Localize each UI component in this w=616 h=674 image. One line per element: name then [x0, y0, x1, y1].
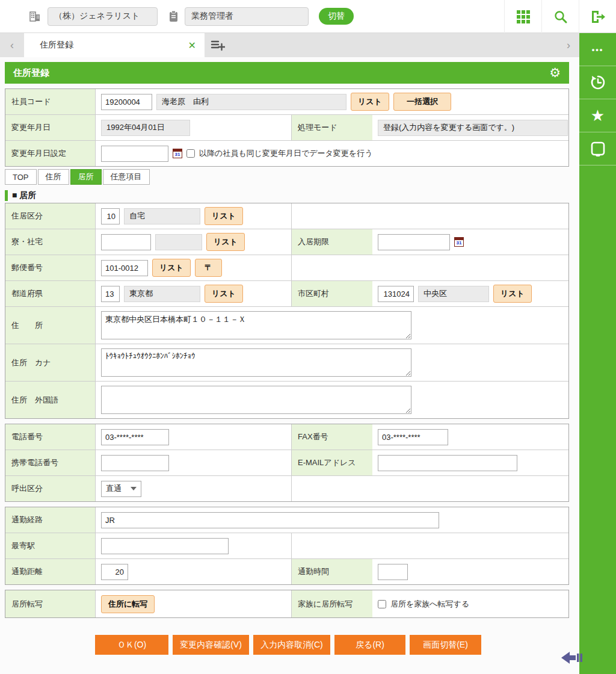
call-type-row: 呼出区分 直通: [5, 475, 568, 501]
back-button[interactable]: 戻る(R): [334, 635, 405, 655]
move-in-deadline-input[interactable]: [378, 234, 450, 250]
copy-to-address-button[interactable]: 住所に転写: [101, 595, 155, 613]
right-sidebar: ••• ★: [579, 33, 616, 674]
employee-code-label: 社員コード: [5, 89, 96, 114]
top-bar: 切替: [0, 0, 616, 33]
phone-input[interactable]: [101, 429, 169, 445]
change-date-field: 1992年04月01日: [101, 120, 190, 136]
subtab-optional[interactable]: 任意項目: [103, 169, 150, 185]
more-menu-icon[interactable]: •••: [579, 33, 616, 66]
subtab-address[interactable]: 住所: [38, 169, 69, 185]
address-kana-textarea[interactable]: ﾄｳｷｮｳﾄﾁｭｳｵｳｸﾆﾎﾝﾊﾞｼﾎﾝﾁｮｳ: [101, 348, 411, 377]
role-input[interactable]: [185, 7, 309, 26]
contact-group: 電話番号 FAX番号 携帯電話番号 E-MAILアドレス 呼出区分 直通: [5, 424, 569, 502]
commute-group: 通勤経路 最寄駅 通勤距離 通勤時間: [5, 507, 569, 585]
confirm-changes-button[interactable]: 変更内容確認(V): [173, 635, 249, 655]
prefecture-row: 都道府県 東京都 リスト 市区町村 中央区 リスト: [5, 280, 568, 306]
tabs-scroll-left-icon[interactable]: ‹: [0, 33, 24, 57]
commute-distance-label: 通勤距離: [5, 559, 96, 584]
memo-icon[interactable]: [579, 132, 616, 165]
employee-list-button[interactable]: リスト: [351, 93, 389, 111]
residence-group: 住居区分 自宅 リスト 寮・社宅 リスト 入居期限 31 郵便番号: [5, 203, 569, 419]
address-foreign-textarea[interactable]: [101, 386, 411, 414]
process-mode-field: 登録(入力内容を変更する画面です。): [378, 120, 568, 136]
housing-type-list-button[interactable]: リスト: [205, 207, 243, 225]
prefecture-list-button[interactable]: リスト: [205, 285, 243, 303]
change-date-setting-row: 変更年月日設定 31 以降の社員も同じ変更年月日でデータ変更を行う: [5, 140, 568, 166]
prefecture-name-field: 東京都: [124, 286, 200, 302]
dormitory-list-button[interactable]: リスト: [206, 233, 245, 251]
switch-button[interactable]: 切替: [319, 8, 354, 25]
tabs-scroll-right-icon[interactable]: ›: [558, 33, 579, 57]
dormitory-name-field: [155, 234, 202, 250]
dormitory-label: 寮・社宅: [5, 229, 96, 255]
employee-name-field: 海老原 由利: [156, 94, 346, 110]
city-list-button[interactable]: リスト: [493, 285, 532, 303]
bulk-select-button[interactable]: 一括選択: [393, 93, 451, 111]
apps-grid-icon[interactable]: [504, 0, 541, 33]
address-kana-label: 住所 カナ: [5, 344, 96, 381]
transfer-row: 居所転写 住所に転写 家族に居所転写 居所を家族へ転写する: [5, 590, 568, 617]
family-transfer-label: 家族に居所転写: [291, 590, 372, 617]
dormitory-code-input[interactable]: [101, 234, 151, 250]
housing-type-label: 住居区分: [5, 203, 96, 229]
postal-code-input[interactable]: [101, 260, 148, 276]
collapse-panel-arrow-icon[interactable]: [560, 649, 583, 669]
city-code-input[interactable]: [378, 286, 414, 302]
ok-button[interactable]: ＯＫ(O): [95, 635, 168, 655]
nearest-station-input[interactable]: [101, 538, 229, 554]
subtab-top[interactable]: TOP: [5, 169, 37, 185]
commute-route-label: 通勤経路: [5, 507, 96, 533]
mobile-input[interactable]: [101, 455, 169, 471]
call-type-select[interactable]: 直通: [101, 481, 141, 497]
housing-type-row: 住居区分 自宅 リスト: [5, 203, 568, 229]
fax-label: FAX番号: [291, 424, 372, 450]
switch-screen-button[interactable]: 画面切替(E): [410, 635, 481, 655]
transfer-label: 居所転写: [5, 590, 96, 617]
change-date-row: 変更年月日 1992年04月01日 処理モード 登録(入力内容を変更する画面です…: [5, 114, 568, 140]
topbar-right-icons: [504, 0, 616, 33]
prefecture-label: 都道府県: [5, 281, 96, 306]
email-label: E-MAILアドレス: [291, 450, 372, 475]
address-foreign-label: 住所 外国語: [5, 382, 96, 418]
employee-code-input[interactable]: [101, 94, 152, 110]
favorites-star-icon[interactable]: ★: [579, 99, 616, 132]
commute-time-input[interactable]: [378, 564, 408, 580]
tab-close-icon[interactable]: ✕: [188, 40, 196, 51]
main-content: 住所登録 ⚙ 社員コード 海老原 由利 リスト 一括選択 変更年月日 1992年…: [0, 57, 579, 674]
search-icon[interactable]: [541, 0, 579, 33]
company-icon: [29, 10, 41, 22]
city-label: 市区町村: [291, 281, 372, 306]
new-tab-icon[interactable]: [205, 33, 231, 57]
move-in-deadline-label: 入居期限: [291, 229, 372, 255]
postal-mark-button[interactable]: 〒: [195, 259, 222, 277]
company-input[interactable]: [48, 7, 158, 26]
section-header: ■ 居所: [5, 190, 569, 201]
fax-input[interactable]: [378, 429, 448, 445]
sub-tabs: TOP 住所 居所 任意項目: [5, 169, 569, 185]
logout-icon[interactable]: [579, 0, 616, 33]
housing-type-code-input[interactable]: [101, 208, 120, 224]
commute-distance-row: 通勤距離 通勤時間: [5, 558, 568, 584]
deadline-calendar-icon[interactable]: 31: [454, 237, 464, 247]
commute-route-input[interactable]: [101, 512, 439, 528]
calendar-icon[interactable]: 31: [173, 149, 182, 158]
family-transfer-checkbox[interactable]: [378, 600, 386, 608]
subtab-residence[interactable]: 居所: [70, 169, 102, 185]
postal-list-button[interactable]: リスト: [152, 259, 191, 277]
family-transfer-text: 居所を家族へ転写する: [390, 599, 469, 610]
employee-code-row: 社員コード 海老原 由利 リスト 一括選択: [5, 89, 568, 114]
section-accent-bar: [5, 190, 8, 201]
tab-address-registration[interactable]: 住所登録 ✕: [24, 33, 205, 57]
cancel-input-button[interactable]: 入力内容取消(C): [253, 635, 330, 655]
history-icon[interactable]: [579, 66, 616, 99]
settings-gear-icon[interactable]: ⚙: [549, 66, 561, 80]
email-input[interactable]: [378, 455, 517, 471]
prefecture-code-input[interactable]: [101, 286, 120, 302]
transfer-group: 居所転写 住所に転写 家族に居所転写 居所を家族へ転写する: [5, 590, 569, 618]
address-textarea[interactable]: 東京都中央区日本橋本町１０－１１－Ｘ: [101, 311, 411, 339]
commute-distance-input[interactable]: [101, 564, 128, 580]
apply-following-checkbox[interactable]: [186, 149, 195, 158]
change-date-setting-input[interactable]: [101, 146, 168, 162]
page-title: 住所登録: [13, 67, 49, 79]
